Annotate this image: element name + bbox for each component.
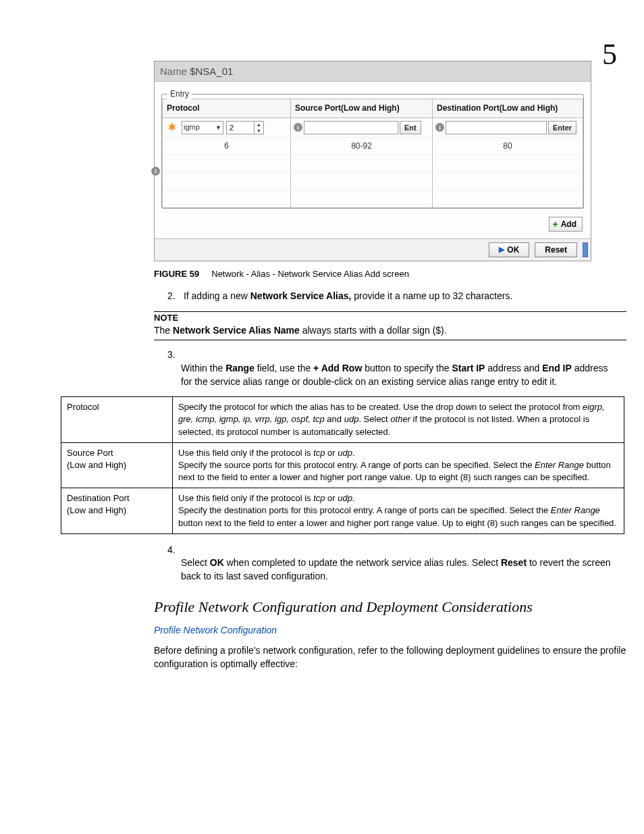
truncated-button [583,242,588,257]
note-block: NOTE The Network Service Alias Name alwa… [154,311,626,341]
protocol-number-input[interactable] [227,122,254,134]
col-source: Source Port(Low and High) [291,99,433,118]
plus-icon: + [552,219,558,230]
ok-label: OK [507,245,519,255]
info-icon: i [294,123,302,132]
enter-range-button[interactable]: Enter [548,121,576,134]
chapter-number: 5 [602,34,617,76]
entry-fieldset: Entry Protocol Source Port(Low and High)… [161,94,584,209]
add-row-button[interactable]: + Add [549,217,583,232]
table-row: Protocol Specify the protocol for which … [61,397,624,443]
col-protocol: Protocol [163,99,291,118]
field-description-table: Protocol Specify the protocol for which … [61,396,624,534]
required-star-icon: ✱ [168,121,176,134]
step-2: 2. If adding a new Network Service Alias… [167,290,617,303]
enter-range-button[interactable]: Ent [400,121,421,134]
table-row [163,172,583,190]
source-port-cell: 80-92 [291,137,433,155]
figure-label: FIGURE 59 [154,269,199,279]
info-icon: i [151,164,160,176]
protocol-select[interactable]: igmp ▼ [182,121,223,134]
protocol-select-value: igmp [184,122,200,132]
step-number: 3. [167,348,181,362]
note-label: NOTE [154,312,626,324]
alias-add-screenshot: Name $NSA_01 i Entry Protocol Source Por… [154,61,591,261]
table-row: 6 80-92 80 [163,137,583,155]
section-heading: Profile Network Configuration and Deploy… [154,597,617,618]
entry-table: Protocol Source Port(Low and High) Desti… [162,99,583,208]
step-number: 2. [167,290,181,303]
dialog-footer: ▶ OK Reset [155,238,591,261]
field-desc-cell: Use this field only if the protocol is t… [173,442,624,488]
name-value: $NSA_01 [190,66,233,77]
table-row [163,190,583,207]
source-port-input[interactable] [304,121,398,134]
dest-port-input[interactable] [446,121,547,134]
field-desc-cell: Specify the protocol for which the alias… [173,397,624,443]
figure-caption: FIGURE 59 Network - Alias - Network Serv… [154,268,617,280]
name-label: Name [160,66,187,77]
step-number: 4. [167,544,181,557]
ok-icon: ▶ [499,245,504,254]
chevron-down-icon: ▼ [215,124,221,132]
step-text: Within the Range field, use the + Add Ro… [181,362,613,388]
info-icon: i [435,123,444,132]
dest-port-cell: 80 [433,137,583,155]
reset-button[interactable]: Reset [535,242,577,257]
field-desc-cell: Use this field only if the protocol is t… [173,488,624,534]
name-bar: Name $NSA_01 [155,61,591,82]
field-name-cell: Protocol [61,397,173,443]
step-3: 3. Within the Range field, use the + Add… [167,348,617,388]
field-name-cell: Destination Port(Low and High) [61,488,173,534]
step-4: 4. Select OK when completed to update th… [167,544,617,583]
stepper-arrows-icon[interactable]: ▲▼ [254,122,263,134]
field-name-cell: Source Port(Low and High) [61,442,173,488]
table-row: ✱ igmp ▼ ▲▼ [163,118,583,137]
breadcrumb-link[interactable]: Profile Network Configuration [154,624,617,637]
paragraph: Before defining a profile's network conf… [154,644,626,671]
ok-button[interactable]: ▶ OK [489,242,529,257]
entry-legend: Entry [167,88,192,100]
step-text: If adding a new Network Service Alias, p… [184,290,512,301]
protocol-number-stepper[interactable]: ▲▼ [226,121,264,134]
figure-text: Network - Alias - Network Service Alias … [211,269,409,279]
note-text: The Network Service Alias Name always st… [154,324,626,338]
table-row: Destination Port(Low and High) Use this … [61,488,624,534]
table-row: Source Port(Low and High) Use this field… [61,442,624,488]
protocol-cell: 6 [163,137,291,155]
step-text: Select OK when completed to update the n… [181,556,613,583]
table-row [163,155,583,172]
add-row-label: Add [561,219,576,229]
col-dest: Destination Port(Low and High) [433,99,583,118]
